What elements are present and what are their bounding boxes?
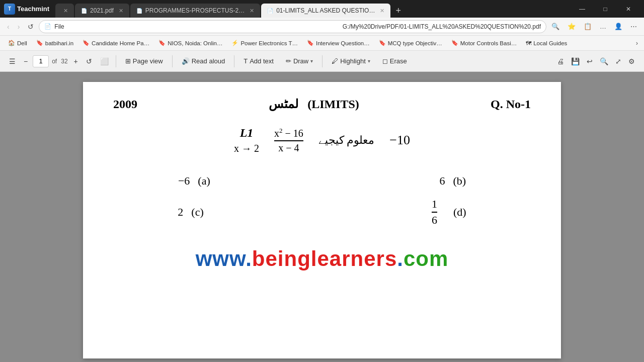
extensions-button[interactable]: 🔍 <box>548 21 562 32</box>
bookmark-interview[interactable]: 🔖 Interview Question… <box>303 39 374 47</box>
bookmark-batbihari[interactable]: 🔖 batbihari.in <box>32 39 77 47</box>
new-tab-button[interactable]: + <box>391 4 405 18</box>
bm-icon-local: 🗺 <box>526 40 531 46</box>
bm-label-power: Power Electronics T… <box>240 40 298 46</box>
profile-button[interactable]: 👤 <box>611 21 625 32</box>
bookmarks-more[interactable]: › <box>634 38 640 48</box>
bm-icon-dell: 🏠 <box>8 40 15 46</box>
tab-close-limits[interactable]: ✕ <box>380 8 384 14</box>
tab-label-limits: 01-LIMITS_ALL ASKED QUESTIO… <box>276 7 375 14</box>
bookmark-dell[interactable]: 🏠 Dell <box>4 39 31 47</box>
address-label: File <box>54 23 339 30</box>
tab-prospectus[interactable]: 📄 PROGRAMMES-PROSPECTUS-2… ✕ <box>130 4 260 18</box>
address-bar-input[interactable]: 📄 File G:/My%20Drive/PDF/01-LIMITS_ALL%2… <box>39 20 546 33</box>
undo-button[interactable]: ↺ <box>83 55 95 67</box>
toolbar-divider-3 <box>234 55 234 67</box>
read-aloud-icon: 🔊 <box>182 57 190 65</box>
tab-close-newtab[interactable]: ✕ <box>63 8 68 14</box>
settings-icon-btn[interactable]: ⭐ <box>565 21 579 32</box>
page-view-button[interactable]: ⊞ Page view <box>120 55 168 67</box>
sidebar-toggle-button[interactable]: ☰ <box>6 55 19 67</box>
reload-button[interactable]: ↺ <box>25 21 37 33</box>
watermark: www.beinglearners.com <box>113 247 531 271</box>
address-url: G:/My%20Drive/PDF/01-LIMITS_ALL%20ASKED%… <box>343 23 541 30</box>
erase-icon: ◻ <box>382 57 388 65</box>
add-text-button[interactable]: T Add text <box>238 55 279 67</box>
window-controls: — □ ✕ <box>571 0 640 18</box>
print-button[interactable]: 🖨 <box>554 55 567 67</box>
pdf-toolbar: ☰ − 1 of 32 + ↺ ⬜ ⊞ Page view 🔊 Read alo… <box>0 51 644 72</box>
options-row-1: −6 (a) 6 (b) <box>113 174 531 188</box>
l1-label: L1 <box>234 126 259 140</box>
bm-icon-interview: 🔖 <box>307 40 314 46</box>
urdu-title: لمٹس <box>269 98 298 111</box>
highlight-button[interactable]: 🖊 Highlight ▾ <box>327 55 375 67</box>
read-aloud-label: Read aloud <box>192 57 225 65</box>
option-c: 2 (c) <box>178 206 203 219</box>
search-pdf-button[interactable]: 🔍 <box>597 55 611 67</box>
option-a: −6 (a) <box>178 174 210 188</box>
zoom-out-button[interactable]: − <box>21 55 31 67</box>
more-tools-button[interactable]: … <box>597 21 609 32</box>
bookmark-candidate[interactable]: 🔖 Candidate Home Pa… <box>78 39 153 47</box>
menu-button[interactable]: ⋯ <box>627 21 640 32</box>
option-c-value: 2 <box>178 206 183 219</box>
options-row-2: 2 (c) 1 6 (d) <box>113 198 531 227</box>
bookmark-nios[interactable]: 🔖 NIOS, Noida: Onlin… <box>154 39 226 47</box>
save-button[interactable]: 💾 <box>568 55 583 67</box>
pdf-navigation: − 1 of 32 + <box>21 55 81 67</box>
toolbar-divider-2 <box>172 55 173 67</box>
bookmark-local-guides[interactable]: 🗺 Local Guides <box>522 39 571 47</box>
bookmark-power-electronics[interactable]: ⚡ Power Electronics T… <box>227 39 302 47</box>
erase-button[interactable]: ◻ Erase <box>377 55 412 67</box>
limit-fraction: x2 − 16 x − 4 <box>274 127 303 154</box>
tab-close-prospectus[interactable]: ✕ <box>250 8 254 14</box>
page-total: 32 <box>61 58 67 65</box>
page-number-input[interactable]: 1 <box>33 55 49 67</box>
tab-close-2021pdf[interactable]: ✕ <box>119 8 123 14</box>
tab-newtab[interactable]: ✕ <box>55 4 74 18</box>
share-button[interactable]: 📋 <box>581 21 595 32</box>
option-a-value: −6 <box>178 174 190 188</box>
option-d-num: 1 <box>432 198 437 211</box>
erase-label: Erase <box>390 57 407 65</box>
minimize-button[interactable]: — <box>571 0 594 18</box>
forward-button[interactable]: › <box>15 21 23 33</box>
l1-block: L1 x → 2 <box>234 126 259 154</box>
title-bar: T Teachmint ✕ 📄 2021.pdf ✕ 📄 PROGRAMMES-… <box>0 0 644 18</box>
fit-page-button[interactable]: ⬜ <box>97 55 112 67</box>
bookmark-motor[interactable]: 🔖 Motor Controls Basi… <box>447 39 521 47</box>
fraction-numerator: x2 − 16 <box>274 127 303 141</box>
highlight-arrow: ▾ <box>368 58 370 64</box>
bm-label-dell: Dell <box>17 40 27 46</box>
pdf-page: 2009 لمٹس (LIMITS) Q. No-1 L1 x → 2 x2 −… <box>83 82 561 358</box>
draw-button[interactable]: ✏ Draw ▾ <box>281 55 318 67</box>
option-d-den: 6 <box>432 214 437 227</box>
rotate-button[interactable]: ↩ <box>584 55 596 67</box>
tab-limits[interactable]: 📄 01-LIMITS_ALL ASKED QUESTIO… ✕ <box>261 4 390 18</box>
fraction-block: x2 − 16 x − 4 <box>274 127 303 154</box>
bm-label-nios: NIOS, Noida: Onlin… <box>168 40 222 46</box>
bm-label-batbihari: batbihari.in <box>45 40 73 46</box>
maximize-button[interactable]: □ <box>594 0 617 18</box>
bm-icon-batbihari: 🔖 <box>36 40 43 46</box>
close-button[interactable]: ✕ <box>617 0 640 18</box>
year-label: 2009 <box>113 98 137 111</box>
option-a-label: (a) <box>198 174 210 188</box>
value-neg10: −10 <box>389 133 410 148</box>
math-section: L1 x → 2 x2 − 16 x − 4 معلوم کیجیے −10 <box>113 126 531 154</box>
more-options-button[interactable]: ⚙ <box>625 55 638 67</box>
watermark-com: com <box>404 247 448 270</box>
back-button[interactable]: ‹ <box>4 21 13 33</box>
logo-text: Teachmint <box>17 5 49 13</box>
tab-bar: ✕ 📄 2021.pdf ✕ 📄 PROGRAMMES-PROSPECTUS-2… <box>55 0 562 18</box>
zoom-in-button[interactable]: + <box>71 55 81 67</box>
bm-icon-power: ⚡ <box>231 40 238 46</box>
pdf-icon-1: 📄 <box>81 8 87 14</box>
read-aloud-button[interactable]: 🔊 Read aloud <box>177 55 230 67</box>
tab-label-2021pdf: 2021.pdf <box>90 7 114 14</box>
browser-logo: T Teachmint <box>4 4 49 15</box>
bookmark-mcq[interactable]: 🔖 MCQ type Objectiv… <box>375 39 446 47</box>
fullscreen-button[interactable]: ⤢ <box>612 55 624 67</box>
tab-2021pdf[interactable]: 📄 2021.pdf ✕ <box>75 4 129 18</box>
